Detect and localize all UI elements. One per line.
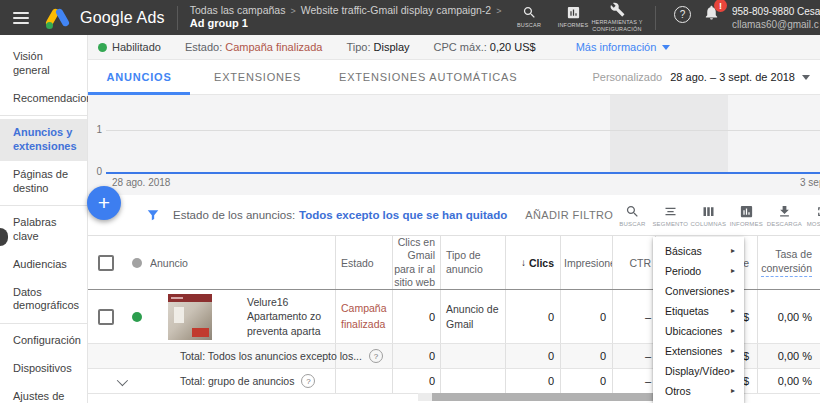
- reports-button[interactable]: INFORMES: [551, 5, 595, 29]
- total-adgroup-gmail-clics: 0: [429, 375, 435, 387]
- menu-item-display-video[interactable]: Display/Vídeo▸: [653, 361, 744, 381]
- sidebar-item-vision-general[interactable]: Visión general: [0, 43, 87, 85]
- submenu-arrow-icon: ▸: [731, 241, 735, 261]
- total-adgroup-label-wrap: Total: grupo de anuncios?: [180, 374, 315, 388]
- add-button[interactable]: +: [87, 186, 121, 220]
- breadcrumb-all-campaigns[interactable]: Todas las campañas: [190, 4, 286, 16]
- status-filter-chip[interactable]: Estado de los anuncios:Todos excepto los…: [173, 209, 507, 221]
- ad-thumbnail[interactable]: [168, 294, 212, 340]
- sidebar-item-anuncios-extensiones[interactable]: Anuncios y extensiones: [0, 119, 87, 161]
- ad-tasa-value: 0,00 %: [778, 311, 812, 323]
- select-all-checkbox[interactable]: [98, 255, 114, 271]
- header-gmail-clics[interactable]: Clics en Gmail para ir al sitio web: [392, 236, 440, 289]
- estado-value: Campaña finalizada: [225, 41, 322, 53]
- header-tipo-anuncio[interactable]: Tipo de anuncio: [440, 236, 505, 289]
- filter-label: Estado de los anuncios:: [173, 209, 295, 221]
- toolbar-download-button[interactable]: DESCARGA: [765, 204, 803, 227]
- toolbar-columns-label: COLUMNAS: [691, 221, 727, 227]
- menu-item-basicas[interactable]: Básicas▸: [653, 241, 744, 261]
- menu-item-conversiones[interactable]: Conversiones▸: [653, 281, 744, 301]
- ad-enabled-dot-icon[interactable]: [132, 312, 142, 322]
- tab-extensiones-automaticas[interactable]: EXTENSIONES AUTOMÁTICAS: [339, 71, 517, 83]
- menu-item-label: Periodo: [665, 261, 701, 281]
- search-label: BUSCAR: [517, 22, 541, 29]
- header-clics-sorted[interactable]: ↓Clics: [505, 236, 560, 289]
- toolbar-download-label: DESCARGA: [767, 221, 802, 227]
- more-info-label: Más información: [576, 41, 657, 53]
- ad-ctr-value: –: [645, 311, 651, 323]
- sidebar-divider: [0, 205, 87, 206]
- breadcrumb: Todas las campañas>Website traffic-Gmail…: [190, 4, 507, 31]
- menu-item-label: Conversiones: [665, 281, 729, 301]
- more-info-link[interactable]: Más información: [576, 41, 671, 53]
- total-adgroup-impresiones: 0: [600, 375, 606, 387]
- filter-icon[interactable]: [146, 208, 160, 222]
- toolbar-expand-button[interactable]: MOSTRAR: [803, 204, 820, 227]
- toolbar-reports-button[interactable]: INFORMES: [727, 204, 765, 227]
- breadcrumb-campaign[interactable]: Website traffic-Gmail display campaign-2: [301, 4, 491, 16]
- header-tasa-conversion[interactable]: Tasa de conversión: [757, 236, 820, 289]
- filter-value: Todos excepto los que se han quitado: [299, 209, 507, 221]
- sidebar-divider: [0, 323, 87, 324]
- header-impresiones[interactable]: Impresiones: [560, 236, 612, 289]
- google-ads-logo-icon[interactable]: [45, 7, 71, 29]
- total-filtered-impresiones: 0: [600, 350, 606, 362]
- menu-item-label: Extensiones: [665, 341, 722, 361]
- tipo-label: Tipo:: [346, 41, 370, 53]
- sidebar-item-palabras-clave[interactable]: Palabras clave: [0, 209, 87, 251]
- tab-extensiones[interactable]: EXTENSIONES: [214, 71, 301, 83]
- menu-item-otros[interactable]: Otros▸: [653, 381, 744, 401]
- sidebar-item-recomendaciones[interactable]: Recomendaciones: [0, 85, 87, 113]
- toolbar-search-button[interactable]: BUSCAR: [613, 204, 651, 227]
- help-circle-icon[interactable]: ?: [301, 374, 315, 388]
- ad-thumbnail-badge: [192, 328, 209, 337]
- header-tipo-label: Tipo de anuncio: [446, 249, 505, 275]
- menu-item-periodo[interactable]: Periodo▸: [653, 261, 744, 281]
- toolbar-segment-label: SEGMENTO: [652, 221, 688, 227]
- chevron-down-icon: [802, 75, 810, 80]
- gridline-1: [106, 130, 820, 131]
- header-estado[interactable]: Estado: [335, 236, 392, 289]
- date-range-type: Personalizado: [593, 71, 663, 83]
- menu-icon[interactable]: [13, 12, 29, 24]
- account-info[interactable]: 958-809-9880 Cesar Llan cllamas60@gmail.…: [732, 5, 820, 31]
- sidebar-nav: Visión general Recomendaciones Anuncios …: [0, 35, 88, 403]
- ad-name[interactable]: Velure16 Apartamento zo preventa aparta: [247, 295, 329, 338]
- sidebar-item-audiencias[interactable]: Audiencias: [0, 251, 87, 279]
- enabled-label: Habilitado: [112, 41, 161, 53]
- menu-item-etiquetas[interactable]: Etiquetas▸: [653, 301, 744, 321]
- sidebar-item-datos-demograficos[interactable]: Datos demográficos: [0, 279, 87, 321]
- chevron-expand-icon[interactable]: [117, 375, 128, 386]
- expand-icon: [815, 204, 820, 219]
- notifications-button[interactable]: !: [703, 4, 720, 25]
- help-circle-icon[interactable]: ?: [369, 349, 383, 363]
- sidebar-item-dispositivos[interactable]: Dispositivos: [0, 355, 87, 383]
- help-icon[interactable]: ?: [674, 6, 691, 23]
- header-anuncio[interactable]: Anuncio: [150, 236, 335, 289]
- header-clics-label: Clics: [529, 257, 554, 269]
- ad-clics-value: 0: [548, 311, 554, 323]
- row-checkbox[interactable]: [98, 309, 114, 325]
- toolbar-columns-button[interactable]: COLUMNAS: [689, 204, 727, 227]
- sidebar-item-ajustes-puja[interactable]: Ajustes de puja avanzados: [0, 383, 87, 403]
- menu-item-label: Ubicaciones: [665, 321, 722, 341]
- menu-item-label: Otros: [665, 381, 691, 401]
- status-dot-header-icon: [132, 258, 142, 268]
- total-filtered-gmail-clics: 0: [429, 350, 435, 362]
- header-ctr[interactable]: CTR: [612, 236, 655, 289]
- tools-button[interactable]: HERRAMIENTAS Y CONFIGURACIÓN: [595, 2, 643, 33]
- ad-thumbnail-header: [168, 294, 212, 302]
- sidebar-item-configuracion[interactable]: Configuración: [0, 327, 87, 355]
- menu-item-extensiones[interactable]: Extensiones▸: [653, 341, 744, 361]
- search-button[interactable]: BUSCAR: [507, 5, 551, 29]
- menu-item-ubicaciones[interactable]: Ubicaciones▸: [653, 321, 744, 341]
- sidebar-item-paginas-destino[interactable]: Páginas de destino: [0, 161, 87, 203]
- toolbar-search-label: BUSCAR: [619, 221, 645, 227]
- add-filter-button[interactable]: AÑADIR FILTRO: [525, 209, 613, 221]
- date-range-selector[interactable]: Personalizado 28 ago. – 3 sept. de 2018: [593, 71, 820, 83]
- toolbar-segment-button[interactable]: SEGMENTO: [651, 204, 689, 227]
- download-icon: [777, 204, 792, 219]
- date-range-value: 28 ago. – 3 sept. de 2018: [670, 71, 795, 83]
- tab-anuncios[interactable]: ANUNCIOS: [88, 71, 190, 83]
- total-adgroup-label: Total: grupo de anuncios: [180, 375, 294, 387]
